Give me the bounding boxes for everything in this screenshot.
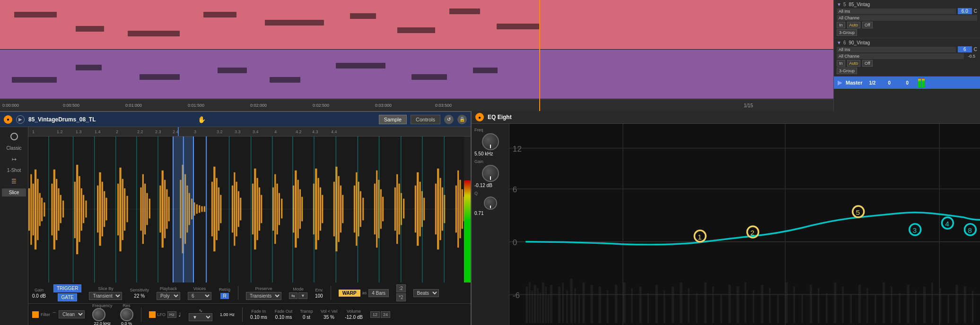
- repeat-group: :2 *2: [396, 284, 405, 301]
- env-label: Env: [315, 288, 323, 292]
- ruler-1-3: 1.3: [76, 129, 82, 134]
- mode-icon2[interactable]: ▼: [298, 292, 307, 299]
- channel2-volume[interactable]: 6: [958, 46, 972, 52]
- eq-gain-knob[interactable]: [482, 165, 499, 182]
- trigger-gate-group: TRIGGER GATE: [53, 284, 82, 301]
- beats-select[interactable]: Beats: [413, 289, 439, 297]
- channel1-group[interactable]: 3-Group: [837, 29, 857, 36]
- clip-sidebar: Classic ↦ 1-Shot ☰ Slice: [0, 127, 28, 325]
- channel1-volume[interactable]: 6.0: [958, 8, 972, 14]
- mode-oneshot[interactable]: 1-Shot: [2, 166, 26, 174]
- svg-rect-180: [639, 286, 641, 323]
- svg-rect-182: [656, 285, 658, 323]
- channel2-group[interactable]: 3-Group: [837, 68, 857, 74]
- mode-classic[interactable]: Classic: [2, 144, 26, 152]
- master-vol1[interactable]: 0: [882, 80, 896, 86]
- master-play-icon: ▶: [838, 79, 842, 86]
- channel1-in-btn[interactable]: In: [837, 22, 845, 28]
- eq-active-indicator[interactable]: ●: [475, 113, 484, 121]
- svg-rect-99: [396, 174, 398, 244]
- channel2-input[interactable]: All Ins: [837, 47, 956, 52]
- meter-left: [918, 78, 921, 87]
- lfo-shape-select[interactable]: ▼: [189, 313, 212, 321]
- svg-rect-94: [376, 171, 377, 248]
- svg-rect-102: [403, 199, 404, 219]
- playback-select[interactable]: Poly: [157, 292, 180, 300]
- svg-rect-64: [254, 169, 256, 249]
- svg-rect-216: [931, 282, 933, 323]
- timeline-mark-7: 0:03:500: [435, 103, 452, 108]
- svg-rect-217: [939, 288, 941, 323]
- clip-hand-icon[interactable]: ✋: [198, 116, 206, 123]
- channel2-channel-select[interactable]: All Channe: [837, 53, 964, 59]
- voices-select[interactable]: 6: [188, 292, 211, 300]
- filter-type-select[interactable]: Clean: [59, 310, 85, 318]
- eq-header: ● EQ Eight: [472, 111, 980, 124]
- svg-text:6: 6: [513, 185, 517, 194]
- warp-btn[interactable]: WARP: [339, 290, 360, 297]
- master-vol2[interactable]: 0: [900, 80, 914, 86]
- trigger-btn[interactable]: TRIGGER: [53, 284, 82, 292]
- svg-rect-19: [81, 188, 82, 231]
- lfo-hz-btn[interactable]: Hz: [167, 311, 176, 318]
- svg-rect-204: [834, 282, 836, 323]
- clip-lock-btn[interactable]: 🔒: [457, 115, 467, 124]
- waveform-display[interactable]: [28, 137, 471, 282]
- note-block: [411, 74, 447, 80]
- svg-rect-3: [30, 174, 32, 245]
- channel2-off-btn[interactable]: Off: [862, 60, 873, 67]
- note-block: [12, 77, 57, 83]
- filter-shape-icon[interactable]: ⌒: [52, 311, 57, 318]
- ruler-3: 3: [194, 129, 196, 134]
- freq-knob[interactable]: [92, 308, 105, 321]
- channel2-auto-btn[interactable]: Auto: [847, 60, 861, 67]
- preserve-select[interactable]: Transients: [246, 292, 281, 300]
- channel1-input[interactable]: All Ins: [837, 9, 956, 14]
- eq-title: EQ Eight: [488, 114, 512, 120]
- voices-group: Voices 6: [188, 286, 211, 300]
- track-purple[interactable]: [0, 50, 833, 99]
- note-block: [128, 31, 180, 36]
- mode-icon1[interactable]: ⇆: [289, 292, 298, 299]
- retrig-value[interactable]: R: [220, 293, 228, 299]
- tab-sample[interactable]: Sample: [379, 115, 407, 124]
- gate-btn[interactable]: GATE: [58, 293, 77, 301]
- repeat2-btn[interactable]: *2: [396, 293, 405, 301]
- channel1-channel-select[interactable]: All Channe: [837, 15, 977, 21]
- eq-q-knob[interactable]: [484, 197, 497, 210]
- svg-rect-219: [956, 285, 958, 323]
- track-pink[interactable]: [0, 0, 833, 50]
- svg-rect-55: [216, 178, 218, 240]
- clip-play-btn[interactable]: ▶: [16, 115, 25, 124]
- note-block: [336, 63, 385, 68]
- svg-rect-214: [915, 291, 917, 323]
- channel2-in-btn[interactable]: In: [837, 60, 845, 67]
- filter-12-btn[interactable]: 12: [370, 311, 380, 318]
- svg-rect-113: [455, 186, 457, 233]
- sensitivity-label: Sensitivity: [130, 288, 149, 292]
- svg-rect-159: [531, 291, 533, 323]
- lfo-wave-icon[interactable]: ♩: [178, 311, 181, 318]
- tab-controls[interactable]: Controls: [411, 115, 440, 124]
- channel1-auto-btn[interactable]: Auto: [847, 22, 861, 28]
- mixer-channel-2: ▼ 6 90_Vintag All Ins 6 C All Channe -0.…: [834, 38, 980, 77]
- lfo-shape-icon[interactable]: ∿: [199, 308, 202, 313]
- 4bars-btn[interactable]: 4 Bars: [368, 289, 389, 297]
- svg-rect-193: [745, 282, 746, 323]
- mode-slice[interactable]: Slice: [2, 188, 26, 197]
- timeline-ruler: 0:00:000 0:00:500 0:01:000 0:01:500 0:02…: [0, 99, 833, 111]
- svg-rect-179: [631, 288, 632, 323]
- svg-rect-101: [401, 193, 402, 225]
- svg-text:0: 0: [513, 238, 517, 247]
- filter-24-btn[interactable]: 24: [381, 311, 390, 318]
- repeat1-btn[interactable]: :2: [396, 284, 405, 292]
- svg-rect-79: [315, 169, 317, 249]
- slice-by-select[interactable]: Transient: [89, 292, 122, 300]
- clip-refresh-btn[interactable]: ↺: [444, 115, 454, 124]
- eq-freq-knob[interactable]: [482, 133, 499, 150]
- channel1-off-btn[interactable]: Off: [862, 22, 873, 28]
- res-knob[interactable]: [120, 308, 133, 321]
- clip-active-indicator[interactable]: ●: [4, 115, 12, 124]
- svg-rect-209: [875, 295, 876, 323]
- retrig-label: Retrig: [219, 287, 230, 292]
